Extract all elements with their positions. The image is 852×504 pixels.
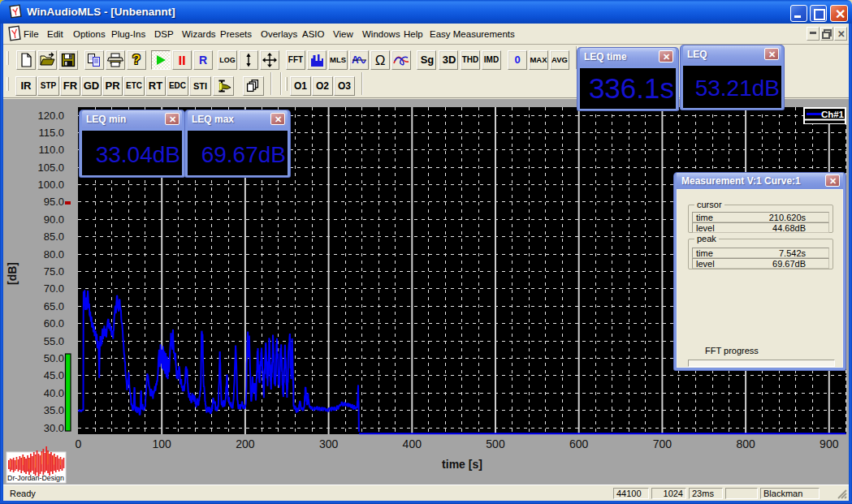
svg-text:Dr-Jordan-Design: Dr-Jordan-Design [7, 473, 64, 482]
svg-text:100: 100 [153, 437, 172, 450]
svg-text:900: 900 [820, 437, 839, 450]
svg-text:110.0: 110.0 [38, 144, 64, 156]
svg-text:55.0: 55.0 [44, 335, 64, 347]
svg-text:35.0: 35.0 [44, 404, 64, 416]
svg-text:0: 0 [76, 437, 82, 450]
svg-text:80.0: 80.0 [44, 248, 64, 261]
svg-text:90.0: 90.0 [44, 213, 64, 226]
svg-text:200: 200 [236, 437, 255, 450]
svg-text:105.0: 105.0 [37, 162, 64, 174]
svg-text:700: 700 [653, 437, 673, 450]
svg-text:600: 600 [569, 437, 589, 450]
svg-text:Ch#1: Ch#1 [821, 110, 845, 119]
svg-text:500: 500 [486, 437, 505, 450]
svg-text:115.0: 115.0 [38, 127, 64, 139]
svg-text:100.0: 100.0 [37, 179, 64, 191]
svg-text:400: 400 [403, 437, 422, 450]
svg-text:65.0: 65.0 [44, 300, 64, 312]
svg-text:time [s]: time [s] [442, 458, 482, 471]
svg-text:60.0: 60.0 [44, 317, 64, 330]
svg-text:40.0: 40.0 [44, 387, 64, 399]
svg-text:95.0: 95.0 [44, 196, 64, 208]
svg-text:Ω: Ω [375, 53, 386, 68]
svg-text:45.0: 45.0 [44, 369, 64, 381]
svg-text:70.0: 70.0 [44, 282, 64, 295]
svg-text:30.0: 30.0 [44, 422, 64, 434]
svg-text:[dB]: [dB] [6, 262, 19, 285]
svg-text:800: 800 [736, 437, 755, 450]
svg-text:120.0: 120.0 [37, 110, 64, 122]
svg-text:85.0: 85.0 [44, 230, 64, 243]
svg-text:50.0: 50.0 [44, 352, 64, 364]
svg-text:300: 300 [319, 437, 339, 450]
svg-text:75.0: 75.0 [44, 265, 64, 278]
